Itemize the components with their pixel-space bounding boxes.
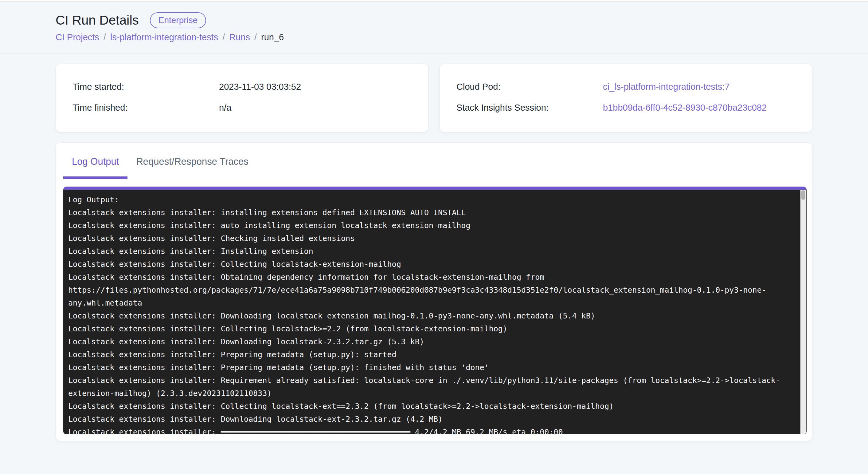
run-times-card: Time started: 2023-11-03 03:03:52 Time f… (56, 64, 429, 132)
log-line: Localstack extensions installer: Collect… (68, 258, 794, 271)
log-line: Localstack extensions installer: Checkin… (68, 232, 794, 245)
log-line: Localstack extensions installer: Require… (68, 374, 794, 387)
run-links-card: Cloud Pod: ci_ls-platform-integration-te… (439, 64, 812, 132)
page: CI Run Details Enterprise CI Projects/ l… (0, 1, 868, 474)
breadcrumb: CI Projects/ ls-platform-integration-tes… (56, 31, 812, 43)
breadcrumb-link[interactable]: ls-platform-integration-tests (110, 32, 218, 42)
breadcrumb-link[interactable]: Runs (229, 32, 250, 42)
log-line: any.whl.metadata (68, 297, 794, 309)
breadcrumb-separator: / (254, 32, 257, 42)
info-value[interactable]: b1bb09da-6ff0-4c52-8930-c870ba23c082 (603, 103, 767, 113)
info-value: n/a (219, 103, 231, 113)
info-label: Cloud Pod: (457, 82, 603, 92)
log-line: Localstack extensions installer: Obtaini… (68, 271, 794, 284)
log-line: Localstack extensions installer: ━━━━━━━… (68, 426, 794, 434)
header: CI Run Details Enterprise CI Projects/ l… (0, 2, 868, 54)
log-line: Localstack extensions installer: Downloa… (68, 335, 794, 348)
tab[interactable]: Log Output (63, 143, 127, 179)
log-line: Localstack extensions installer: Prepari… (68, 361, 794, 374)
log-line: Log Output: (68, 194, 794, 206)
log-line: extension-mailhog) (2.3.3.dev20231102110… (68, 387, 794, 400)
terminal-scrollbar[interactable] (800, 190, 806, 434)
info-value[interactable]: ci_ls-platform-integration-tests:7 (603, 82, 730, 92)
info-label: Time finished: (72, 103, 219, 113)
log-line: Localstack extensions installer: Downloa… (68, 309, 794, 322)
active-tab-indicator (63, 176, 127, 179)
breadcrumb-separator: / (222, 32, 225, 42)
page-title: CI Run Details (56, 12, 139, 29)
log-card: Log Output Request/Response Traces Log O… (56, 142, 812, 441)
log-terminal: Log Output: Localstack extensions instal… (63, 186, 807, 434)
tabs: Log Output Request/Response Traces (63, 143, 807, 179)
info-cards-row: Time started: 2023-11-03 03:03:52 Time f… (56, 64, 812, 132)
info-label: Stack Insights Session: (457, 103, 603, 113)
terminal-accent-bar (63, 186, 807, 190)
log-line: Localstack extensions installer: install… (68, 206, 794, 219)
breadcrumb-separator: / (103, 32, 106, 42)
breadcrumb-item: ls-platform-integration-tests/ (110, 31, 229, 43)
log-line: Localstack extensions installer: Prepari… (68, 348, 794, 361)
breadcrumb-link[interactable]: CI Projects (56, 32, 99, 42)
terminal-scroll-area[interactable]: Log Output: Localstack extensions instal… (63, 190, 807, 434)
log-line: Localstack extensions installer: Install… (68, 245, 794, 258)
log-line: Localstack extensions installer: Collect… (68, 322, 794, 335)
tab-label: Request/Response Traces (136, 156, 248, 167)
log-line: Localstack extensions installer: auto in… (68, 219, 794, 232)
enterprise-badge: Enterprise (150, 12, 207, 28)
breadcrumb-item: CI Projects/ (56, 31, 110, 43)
info-label: Time started: (72, 82, 219, 92)
breadcrumb-link: run_6 (261, 32, 284, 42)
terminal-scrollbar-thumb[interactable] (801, 190, 805, 200)
info-row: Time finished: n/a (72, 102, 419, 113)
log-line: Localstack extensions installer: Collect… (68, 400, 794, 413)
info-row: Time started: 2023-11-03 03:03:52 (72, 81, 419, 92)
info-row: Cloud Pod: ci_ls-platform-integration-te… (457, 81, 803, 92)
tab-label: Log Output (72, 156, 119, 167)
info-value: 2023-11-03 03:03:52 (219, 82, 301, 92)
log-line: Localstack extensions installer: Downloa… (68, 413, 794, 426)
breadcrumb-item: run_6 (261, 31, 284, 43)
breadcrumb-item: Runs/ (229, 31, 261, 43)
info-row: Stack Insights Session: b1bb09da-6ff0-4c… (457, 102, 803, 113)
log-line: https://files.pythonhosted.org/packages/… (68, 284, 794, 297)
title-row: CI Run Details Enterprise (56, 12, 812, 29)
content: Time started: 2023-11-03 03:03:52 Time f… (0, 54, 868, 441)
tab[interactable]: Request/Response Traces (127, 143, 257, 179)
